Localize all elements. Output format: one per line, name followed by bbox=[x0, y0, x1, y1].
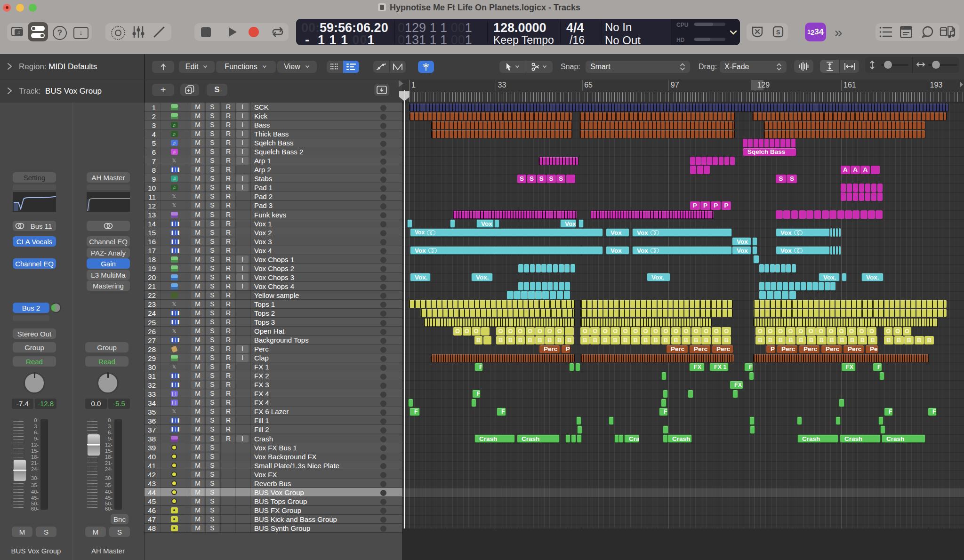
svg-text:S: S bbox=[776, 29, 780, 36]
